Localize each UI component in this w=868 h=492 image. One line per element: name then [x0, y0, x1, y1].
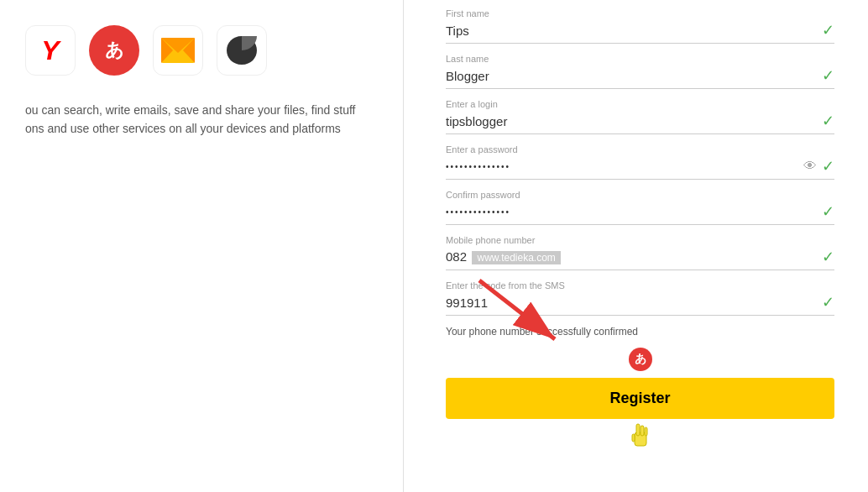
disk-icon — [217, 25, 267, 76]
sms-field: Enter the code from the SMS 991911 ✓ — [446, 280, 834, 316]
confirm-password-check-icon: ✓ — [822, 202, 834, 221]
svg-rect-7 — [641, 426, 644, 436]
register-button-container: あ Register — [446, 348, 834, 451]
btn-icon-row: あ — [446, 348, 834, 371]
password-check-icon: ✓ — [822, 157, 834, 175]
mobile-row: 082 www.tedieka.com ✓ — [446, 248, 834, 270]
svg-rect-8 — [645, 427, 647, 436]
left-panel: Y あ ou can search, write emails, save an… — [0, 0, 403, 492]
register-button[interactable]: Register — [446, 378, 834, 419]
password-field: Enter a password •••••••••••••• 👁 ✓ — [446, 144, 834, 180]
last-name-field: Last name Blogger ✓ — [446, 54, 834, 89]
mobile-field: Mobile phone number 082 www.tedieka.com … — [446, 235, 834, 270]
last-name-check-icon: ✓ — [822, 66, 834, 85]
watermark-phone: www.tedieka.com — [472, 251, 560, 264]
svg-rect-6 — [636, 424, 640, 436]
sms-check-icon: ✓ — [822, 293, 834, 311]
first-name-label: First name — [446, 8, 834, 18]
sms-value: 991911 — [446, 296, 817, 310]
confirm-password-value: •••••••••••••• — [446, 207, 817, 217]
confirm-password-label: Confirm password — [446, 190, 834, 200]
app-icons: Y あ — [25, 25, 378, 76]
confirm-password-field: Confirm password •••••••••••••• ✓ — [446, 190, 834, 225]
last-name-value: Blogger — [446, 69, 817, 83]
password-label: Enter a password — [446, 144, 834, 154]
login-field: Enter a login tipsblogger ✓ — [446, 99, 834, 134]
password-row: •••••••••••••• 👁 ✓ — [446, 157, 834, 180]
translate-btn-icon: あ — [629, 348, 652, 371]
yandex-icon: Y — [25, 25, 76, 76]
first-name-value: Tips — [446, 24, 817, 38]
first-name-check-icon: ✓ — [822, 21, 834, 39]
translate-icon: あ — [89, 25, 139, 76]
first-name-field: First name Tips ✓ — [446, 8, 834, 44]
eye-icon[interactable]: 👁 — [803, 159, 817, 174]
last-name-row: Blogger ✓ — [446, 66, 834, 89]
login-row: tipsblogger ✓ — [446, 112, 834, 134]
mail-icon — [153, 25, 203, 76]
svg-rect-9 — [632, 434, 635, 442]
mobile-check-icon: ✓ — [822, 248, 834, 266]
phone-confirmed-text: Your phone number successfully confirmed — [446, 326, 834, 338]
login-value: tipsblogger — [446, 114, 817, 128]
mobile-label: Mobile phone number — [446, 235, 834, 245]
cursor-hand — [446, 421, 834, 451]
first-name-row: Tips ✓ — [446, 21, 834, 44]
mobile-value-wrapper: 082 www.tedieka.com — [446, 249, 817, 264]
confirm-password-row: •••••••••••••• ✓ — [446, 202, 834, 225]
login-label: Enter a login — [446, 99, 834, 109]
password-value: •••••••••••••• — [446, 162, 798, 171]
login-check-icon: ✓ — [822, 112, 834, 130]
last-name-label: Last name — [446, 54, 834, 64]
registration-form: First name Tips ✓ Last name Blogger ✓ En… — [403, 0, 868, 492]
description-text: ou can search, write emails, save and sh… — [25, 101, 378, 139]
mobile-value: 082 — [446, 249, 467, 264]
sms-row: 991911 ✓ — [446, 293, 834, 316]
sms-label: Enter the code from the SMS — [446, 280, 834, 290]
